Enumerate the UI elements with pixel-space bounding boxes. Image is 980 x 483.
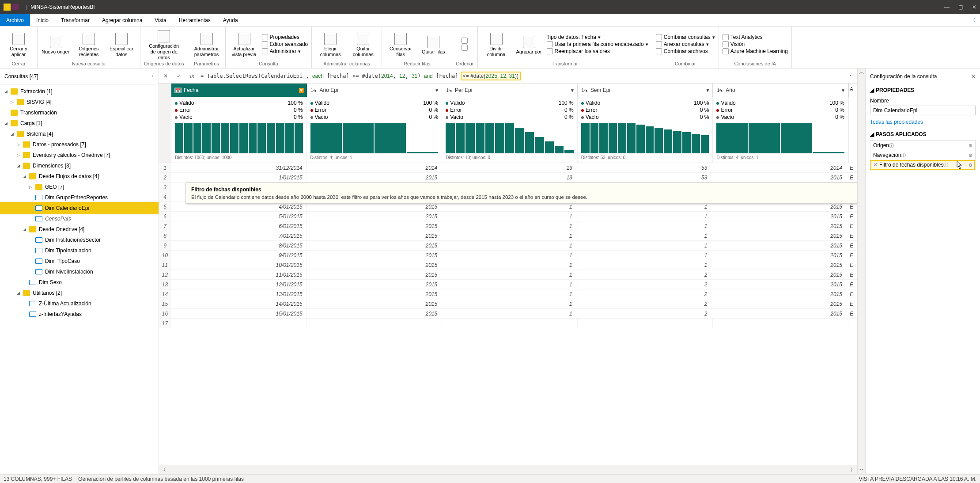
row-number[interactable]: 6 [159, 212, 171, 221]
query-grupo[interactable]: Dim GrupoEtáreoReportes [0, 192, 159, 203]
int-type-icon[interactable]: 1²₃ [580, 87, 589, 93]
gear-icon[interactable]: ⚙ [969, 143, 972, 148]
cell-fecha[interactable]: 12/01/2015 [171, 280, 306, 289]
row-number[interactable]: 5 [159, 202, 171, 211]
cell-anoepi[interactable]: 2015 [306, 241, 442, 250]
cell-per[interactable]: 1 [441, 260, 576, 270]
folder-datos[interactable]: ▷Datos - procesados [7] [0, 139, 159, 150]
cell-ano[interactable]: 2015 [711, 241, 846, 250]
vision-button[interactable]: Visión [723, 41, 788, 47]
refresh-preview-button[interactable]: Actualizar vista previa [229, 31, 259, 57]
ribbon-collapse-button[interactable]: 〈 [966, 16, 980, 24]
row-number[interactable]: 13 [159, 280, 171, 289]
table-row[interactable]: 14 13/01/2015 2015 1 2 2015 E [159, 289, 857, 299]
cell-ano[interactable]: 2015 [711, 260, 846, 270]
cell-sem[interactable]: 1 [576, 212, 711, 221]
split-column-button[interactable]: Dividir columna [481, 31, 511, 57]
folder-dimensiones[interactable]: ◢Dimensiones [3] [0, 160, 159, 171]
cell-ano[interactable] [713, 319, 848, 328]
row-number[interactable]: 2 [159, 173, 171, 182]
table-row[interactable]: 6 5/01/2015 2015 1 1 2015 E [159, 212, 857, 221]
cell-per[interactable]: 1 [441, 270, 576, 279]
cell-per[interactable]: 1 [441, 280, 576, 289]
row-number[interactable]: 17 [159, 319, 171, 328]
horizontal-scrollbar[interactable]: 〈〉 [159, 465, 857, 474]
row-number[interactable]: 9 [159, 241, 171, 250]
query-calendarioepi[interactable]: Dim CalendarioEpi [0, 203, 159, 213]
formula-expand-button[interactable]: ⌄ [844, 71, 857, 81]
cell-anoepi[interactable]: 2015 [306, 221, 442, 231]
row-number[interactable]: 1 [159, 163, 171, 172]
cell-next[interactable]: E [846, 212, 857, 221]
row-number[interactable]: 11 [159, 260, 171, 270]
col-ano[interactable]: 1²₃Año▼ [713, 84, 848, 97]
folder-sistema[interactable]: ◢Sistema [4] [0, 129, 159, 139]
query-instituciones[interactable]: Dim InstitucionesSector [0, 235, 159, 245]
data-grid[interactable]: Filtro de fechas disponibles El flujo de… [159, 163, 857, 465]
table-row[interactable]: 1 31/12/2014 2014 13 53 2014 E [159, 163, 857, 173]
choose-columns-button[interactable]: Elegir columnas [315, 31, 345, 57]
manage-params-button[interactable]: Administrar parámetros [192, 31, 222, 57]
cell-next[interactable] [848, 319, 857, 328]
data-type-button[interactable]: Tipo de datos: Fecha ▾ [547, 34, 648, 40]
cell-sem[interactable]: 1 [576, 241, 711, 250]
folder-onedrive[interactable]: ◢Desde Onedrive [4] [0, 224, 159, 235]
folder-flujos[interactable]: ◢Desde Flujos de datos [4] [0, 171, 159, 182]
table-row[interactable]: 15 14/01/2015 2015 1 2 2015 E [159, 299, 857, 309]
cell-ano[interactable]: 2015 [711, 231, 846, 240]
date-type-icon[interactable]: 📅 [174, 87, 182, 93]
cell-next[interactable]: E [846, 221, 857, 231]
column-profile[interactable]: Válido100 % Error0 % Vacío0 % Distintos:… [713, 97, 848, 163]
table-row[interactable]: 12 11/01/2015 2015 1 2 2015 E [159, 270, 857, 280]
cell-ano[interactable]: 2014 [711, 163, 846, 172]
column-profile[interactable]: Válido100 % Error0 % Vacío0 % Distintos:… [171, 97, 307, 163]
cell-ano[interactable]: 2015 [711, 270, 846, 279]
cell-fecha[interactable]: 7/01/2015 [171, 231, 306, 240]
cell-ano[interactable]: 2015 [711, 289, 846, 299]
gear-icon[interactable]: ⚙ [969, 163, 972, 167]
cell-per[interactable]: 1 [441, 221, 576, 231]
manage-button[interactable]: Administrar ▾ [262, 48, 308, 54]
cell-next[interactable]: E [846, 270, 857, 279]
cell-per[interactable]: 1 [441, 309, 576, 318]
cell-anoepi[interactable]: 2015 [306, 299, 442, 308]
cell-ano[interactable]: 2015 [711, 221, 846, 231]
cell-next[interactable]: E [846, 251, 857, 260]
cell-fecha[interactable]: 13/01/2015 [171, 289, 306, 299]
cancel-formula-button[interactable]: ✕ [159, 73, 172, 79]
query-tipo-instalacion[interactable]: Dim TipoInstalacion [0, 245, 159, 256]
scroll-down-button[interactable]: ﹀ [859, 467, 864, 474]
cell-per[interactable]: 1 [441, 212, 576, 221]
cell-sem[interactable]: 2 [576, 289, 711, 299]
sort-desc-button[interactable] [462, 45, 468, 51]
cell-fecha[interactable]: 8/01/2015 [171, 241, 306, 250]
row-number[interactable]: 16 [159, 309, 171, 318]
filter-button[interactable]: 🔽 [299, 88, 304, 93]
append-queries-button[interactable]: Anexar consultas ▾ [656, 41, 715, 47]
close-apply-button[interactable]: Cerrar y aplicar [4, 31, 34, 57]
cell-fecha[interactable]: 6/01/2015 [171, 221, 306, 231]
cell-anoepi[interactable]: 2015 [306, 231, 442, 240]
cell-next[interactable]: E [846, 231, 857, 240]
enter-data-button[interactable]: Especificar datos [106, 31, 136, 57]
maximize-button[interactable]: ▢ [958, 4, 963, 10]
step-navegacion[interactable]: Navegaciónⓘ⚙ [870, 150, 975, 160]
cell-next[interactable]: E [846, 309, 857, 318]
cell-fecha[interactable]: 10/01/2015 [171, 260, 306, 270]
int-type-icon[interactable]: 1²₃ [310, 87, 318, 93]
cell-fecha[interactable]: 1/01/2015 [171, 173, 306, 182]
row-number[interactable]: 10 [159, 251, 171, 260]
folder-utilitarios[interactable]: ◢Utilitarios [2] [0, 288, 159, 298]
table-row[interactable]: 10 9/01/2015 2015 1 1 2015 E [159, 251, 857, 260]
cell-fecha[interactable]: 11/01/2015 [171, 270, 306, 279]
cell-fecha[interactable]: 9/01/2015 [171, 251, 306, 260]
cell-sem[interactable]: 2 [576, 309, 711, 318]
scroll-left-button[interactable]: 〈 [161, 466, 166, 474]
first-row-header-button[interactable]: Usar la primera fila como encabezado ▾ [547, 41, 648, 47]
replace-values-button[interactable]: Reemplazar los valores [547, 48, 648, 54]
row-number[interactable]: 8 [159, 231, 171, 240]
cell-per[interactable]: 13 [441, 173, 576, 182]
new-source-button[interactable]: Nuevo origen [41, 34, 71, 55]
cell-next[interactable]: E [846, 260, 857, 270]
info-icon[interactable]: ⓘ [889, 142, 894, 149]
